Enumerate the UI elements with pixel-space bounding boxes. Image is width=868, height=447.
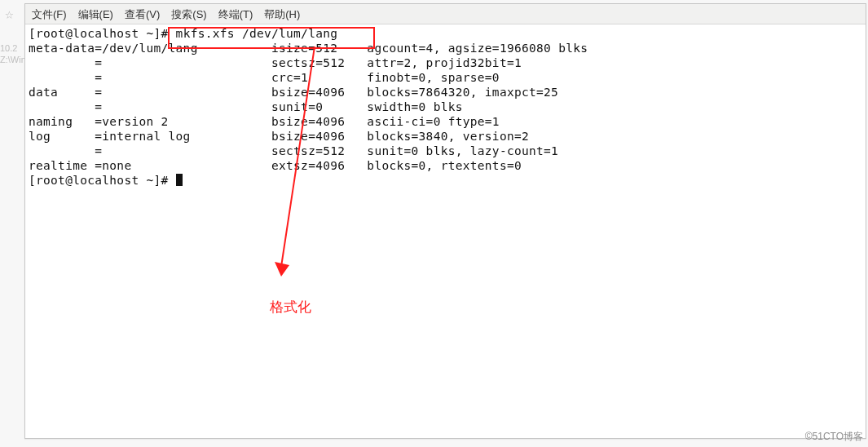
terminal-output[interactable]: [root@localhost ~]# mkfs.xfs /dev/lum/la… — [25, 24, 866, 438]
output-line: realtime =none extsz=4096 blocks=0, rtex… — [29, 158, 862, 173]
menu-file[interactable]: 文件(F) — [32, 7, 67, 22]
shell-prompt: [root@localhost ~]# — [29, 174, 176, 187]
shell-command: mkfs.xfs /dev/lum/lang — [176, 27, 338, 40]
favorite-star-icon: ☆ — [5, 5, 14, 22]
output-line: naming =version 2 bsize=4096 ascii-ci=0 … — [29, 114, 862, 129]
output-line: = sectsz=512 sunit=0 blks, lazy-count=1 — [29, 144, 862, 158]
output-line: meta-data=/dev/lum/lang isize=512 agcoun… — [29, 41, 862, 55]
terminal-window: 文件(F) 编辑(E) 查看(V) 搜索(S) 终端(T) 帮助(H) [roo… — [24, 3, 866, 439]
menu-search[interactable]: 搜索(S) — [171, 7, 206, 22]
output-line: = sunit=0 swidth=0 blks — [29, 100, 862, 114]
menu-help[interactable]: 帮助(H) — [264, 7, 300, 22]
output-line: = crc=1 finobt=0, sparse=0 — [29, 70, 862, 85]
cursor-block-icon — [176, 174, 183, 186]
menu-terminal[interactable]: 终端(T) — [218, 7, 253, 22]
menu-view[interactable]: 查看(V) — [125, 7, 160, 22]
menu-edit[interactable]: 编辑(E) — [78, 7, 113, 22]
menu-bar: 文件(F) 编辑(E) 查看(V) 搜索(S) 终端(T) 帮助(H) — [25, 4, 866, 24]
watermark-text: ©51CTO博客 — [805, 430, 863, 444]
output-line: data = bsize=4096 blocks=7864320, imaxpc… — [29, 85, 862, 100]
output-line: log =internal log bsize=4096 blocks=3840… — [29, 129, 862, 144]
annotation-label: 格式化 — [270, 298, 311, 316]
shell-prompt: [root@localhost ~]# — [29, 27, 176, 40]
prompt-line: [root@localhost ~]# — [29, 173, 862, 188]
prompt-line: [root@localhost ~]# mkfs.xfs /dev/lum/la… — [29, 26, 862, 41]
output-line: = sectsz=512 attr=2, projid32bit=1 — [29, 55, 862, 70]
